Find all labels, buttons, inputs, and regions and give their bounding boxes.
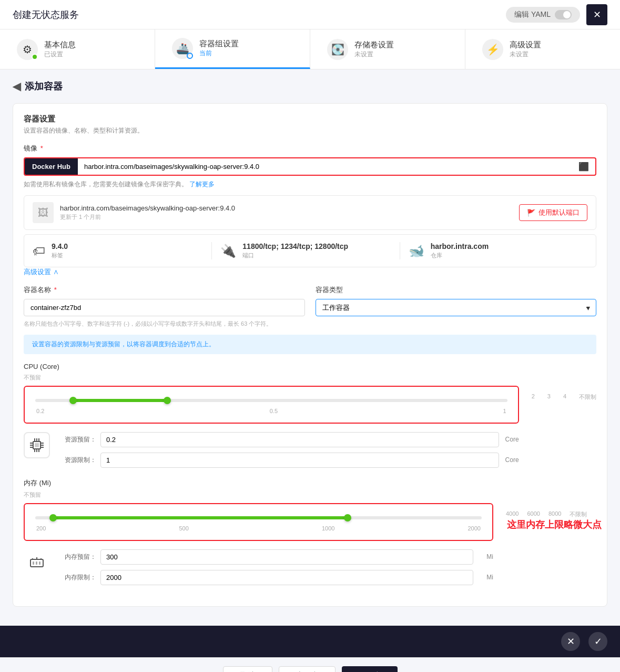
docker-hub-badge[interactable]: Docker Hub [25,158,78,175]
container-name-hint: 名称只能包含小写字母、数字和连字符 (-)，必须以小写字母或数字开头和结尾，最长… [24,319,305,328]
image-preview-name: harbor.intra.com/baseimages/skywalking-o… [60,204,235,212]
back-arrow-icon[interactable]: ◀ [13,80,21,93]
page-content: ◀ 添加容器 容器设置 设置容器的镜像、名称、类型和计算资源。 镜像 * Doc… [0,69,620,626]
step-basic[interactable]: ⚙ 基本信息 已设置 [0,29,155,69]
meta-port-key: 端口 [242,252,348,259]
image-hint: 如需使用私有镜像仓库，您需要先创建镜像仓库保密字典。 了解更多 [24,180,596,189]
yaml-button[interactable]: 编辑 YAML [506,7,580,23]
cpu-slider-thumb-left[interactable] [69,397,77,404]
meta-registry: 🐋 harbor.intra.com 仓库 [400,242,587,259]
cpu-slider-track [35,399,507,402]
meta-tag-info: 9.4.0 标签 [52,242,68,259]
cpu-reserve-row: 资源预留： Core [65,432,519,447]
memory-slider-thumb-right[interactable] [344,514,351,521]
step-container-sublabel: 当前 [199,49,239,58]
toolbar-confirm-icon: ✓ [594,636,602,647]
cpu-input-group: 资源预留： Core 资源限制： Core [65,432,519,468]
step-container-dot [187,53,193,59]
cpu-reserve-label: 资源预留： [65,435,96,444]
container-name-col: 容器名称 * 名称只能包含小写字母、数字和连字符 (-)，必须以小写字母或数字开… [24,285,305,328]
step-storage-info: 存储卷设置 未设置 [354,40,394,59]
advanced-settings-toggle[interactable]: 高级设置 ∧ [24,267,596,277]
flag-icon: 🚩 [527,209,535,217]
container-type-col: 容器类型 工作容器 初始化容器 边车容器 [316,285,597,328]
image-preview-card: 🖼 harbor.intra.com/baseimages/skywalking… [24,195,596,230]
cube-icon: ⬛ [572,162,595,172]
cpu-reserve-unit: Core [503,436,519,443]
next-button[interactable]: 下一步 [342,666,398,673]
cpu-limit-unit: Core [503,456,519,464]
page-title: 创建无状态服务 [13,8,79,21]
image-required: * [40,144,43,152]
hint-link[interactable]: 了解更多 [189,180,215,188]
step-storage[interactable]: 💽 存储卷设置 未设置 [310,29,465,69]
close-button[interactable]: ✕ [586,4,607,25]
prev-button[interactable]: 上一步 [279,666,336,673]
step-advanced-info: 高级设置 未设置 [510,40,541,59]
port-icon: 🔌 [220,244,236,258]
cpu-slider-fill [73,399,168,402]
step-container[interactable]: 🚢 容器组设置 当前 [155,29,310,69]
step-container-info: 容器组设置 当前 [199,39,239,58]
cpu-slider-thumb-right[interactable] [164,397,171,404]
meta-tag-value: 9.4.0 [52,242,68,250]
step-storage-label: 存储卷设置 [354,40,394,50]
cpu-limit-label: 资源限制： [65,456,96,465]
cpu-slider-container: 0.2 0.5 1 [24,386,519,424]
memory-slider-labels: 200 500 1000 2000 [35,525,482,531]
container-name-label: 容器名称 * [24,285,305,295]
memory-limit-input[interactable] [100,570,473,585]
memory-reserve-input[interactable] [100,549,473,565]
meta-registry-key: 仓库 [431,252,489,259]
svg-rect-16 [36,561,37,565]
section-title: 容器设置 [24,114,596,124]
footer-bar: 取消 上一步 下一步 [0,657,620,673]
step-advanced-icon: ⚡ [482,39,503,60]
close-icon: ✕ [593,9,601,21]
yaml-toggle[interactable] [555,10,572,19]
memory-label: 内存 (Mi) [24,478,596,488]
memory-reserve-label: 内存预留： [65,553,96,561]
step-basic-info: 基本信息 已设置 [44,40,76,59]
add-container-title: 添加容器 [25,80,63,93]
cpu-slider-track-container [35,395,507,406]
cpu-resource-section: CPU (Core) 不预留 0.2 [24,363,596,468]
container-type-label: 容器类型 [316,285,597,295]
image-meta-row: 🏷 9.4.0 标签 🔌 11800/tcp; 1234/tcp; 12800/… [24,234,596,267]
memory-input-group: 内存预留： Mi 内存限制： Mi [65,549,493,585]
yaml-label: 编辑 YAML [514,10,551,19]
image-input[interactable] [78,158,572,175]
step-advanced[interactable]: ⚡ 高级设置 未设置 [465,29,620,69]
cpu-limit-row: 资源限制： Core [65,453,519,468]
toolbar-cancel-button[interactable]: ✕ [561,632,580,651]
cpu-label: CPU (Core) [24,363,596,370]
memory-slider-thumb-left[interactable] [49,514,57,521]
step-storage-icon: 💽 [327,39,348,60]
tag-icon: 🏷 [33,244,45,258]
toolbar-confirm-button[interactable]: ✓ [588,632,607,651]
cpu-limit-input[interactable] [100,453,499,468]
container-type-select[interactable]: 工作容器 初始化容器 边车容器 [316,299,597,316]
registry-icon: 🐋 [409,244,424,258]
memory-sublabel: 不预留 [24,491,596,499]
meta-port-info: 11800/tcp; 1234/tcp; 12800/tcp 端口 [242,242,348,259]
image-preview-left: 🖼 harbor.intra.com/baseimages/skywalking… [33,202,235,223]
memory-slider-track-container [35,513,482,523]
memory-limit-row: 内存限制： Mi [65,570,493,585]
container-settings-card: 容器设置 设置容器的镜像、名称、类型和计算资源。 镜像 * Docker Hub… [13,103,607,607]
memory-slider-fill [53,516,348,519]
step-container-icon: 🚢 [172,38,193,59]
meta-port: 🔌 11800/tcp; 1234/tcp; 12800/tcp 端口 [212,242,400,259]
container-name-input[interactable] [24,299,305,316]
cpu-reserve-input[interactable] [100,432,499,447]
toolbar-cancel-icon: ✕ [567,636,575,647]
meta-registry-value: harbor.intra.com [431,242,489,250]
svg-rect-15 [33,561,34,565]
image-preview-info: harbor.intra.com/baseimages/skywalking-o… [60,204,235,221]
image-input-row: Docker Hub ⬛ [24,157,596,176]
memory-limit-label: 内存限制： [65,573,96,582]
use-default-port-button[interactable]: 🚩 使用默认端口 [519,204,587,221]
cancel-button[interactable]: 取消 [223,666,272,673]
meta-registry-info: harbor.intra.com 仓库 [431,242,489,259]
svg-rect-1 [35,443,39,447]
